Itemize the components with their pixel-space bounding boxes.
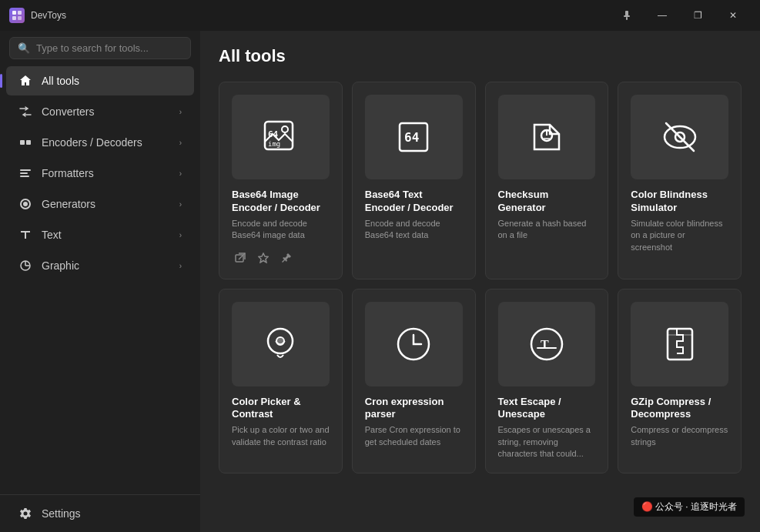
- chevron-icon-graphic: ›: [179, 262, 182, 270]
- tool-card-text-escape[interactable]: T Text Escape / Unescape Escapes or unes…: [485, 289, 609, 473]
- page-title: All tools: [219, 46, 742, 66]
- open-button-base64-image[interactable]: [232, 249, 249, 266]
- tool-card-color-picker[interactable]: Color Picker & Contrast Pick up a color …: [219, 289, 343, 473]
- pin-button-base64-image[interactable]: [278, 249, 295, 266]
- generators-icon: [18, 197, 32, 211]
- tool-icon-gzip: [631, 302, 728, 386]
- search-icon: 🔍: [18, 42, 30, 54]
- tool-card-cron[interactable]: Cron expression parser Parse Cron expres…: [352, 289, 476, 473]
- tool-desc-cron: Parse Cron expression to get scheduled d…: [365, 424, 463, 460]
- graphic-nav-icon: [18, 259, 32, 273]
- chevron-icon-generators: ›: [179, 200, 182, 209]
- tool-desc-checksum: Generate a hash based on a file: [498, 218, 596, 266]
- nav-item-graphic[interactable]: Graphic ›: [6, 251, 194, 280]
- nav-item-settings[interactable]: Settings: [6, 499, 194, 528]
- svg-rect-11: [20, 176, 29, 177]
- tool-icon-base64-image: 64 img: [232, 95, 330, 179]
- tool-icon-color-blindness: [631, 95, 728, 179]
- tool-icon-color-picker: [232, 302, 330, 386]
- tool-desc-color-picker: Pick up a color or two and validate the …: [232, 424, 330, 460]
- nav-item-converters[interactable]: Converters ›: [6, 97, 194, 126]
- chevron-icon-text: ›: [179, 231, 182, 239]
- svg-rect-7: [20, 140, 25, 145]
- svg-text:T: T: [541, 338, 549, 351]
- tool-name-cron: Cron expression parser: [365, 396, 463, 422]
- tool-desc-color-blindness: Simulate color blindness on a picture or…: [631, 218, 728, 266]
- svg-rect-1: [18, 11, 22, 15]
- sidebar-bottom: Settings: [0, 494, 200, 532]
- svg-line-25: [666, 123, 694, 151]
- nav-label-graphic: Graphic: [42, 259, 170, 272]
- nav-label-generators: Generators: [42, 198, 170, 210]
- svg-text:img: img: [268, 140, 280, 148]
- app-title: DevToys: [31, 10, 609, 21]
- nav-label-encoders: Encoders / Decoders: [42, 136, 170, 149]
- svg-text:64: 64: [404, 130, 419, 145]
- tool-name-base64-text: Base64 Text Encoder / Decoder: [365, 189, 463, 215]
- svg-rect-0: [12, 11, 16, 15]
- tool-icon-cron: [365, 302, 463, 386]
- minimize-button[interactable]: —: [644, 3, 680, 28]
- svg-rect-9: [20, 169, 31, 171]
- settings-icon: [18, 507, 32, 520]
- svg-rect-2: [12, 16, 16, 20]
- nav-item-text[interactable]: Text ›: [6, 220, 194, 249]
- nav-item-generators[interactable]: Generators ›: [6, 189, 194, 219]
- tool-desc-text-escape: Escapes or unescapes a string, removing …: [498, 424, 596, 460]
- tools-grid: 64 img Base64 Image Encoder / Decoder En…: [219, 82, 742, 473]
- tool-name-base64-image: Base64 Image Encoder / Decoder: [232, 189, 330, 215]
- maximize-button[interactable]: ❐: [680, 3, 715, 28]
- close-button[interactable]: ✕: [715, 3, 751, 28]
- svg-rect-6: [626, 17, 628, 20]
- chevron-icon-converters: ›: [179, 108, 182, 116]
- svg-rect-10: [20, 172, 28, 174]
- svg-rect-4: [625, 11, 628, 16]
- formatters-icon: [18, 166, 32, 180]
- svg-rect-32: [668, 329, 692, 360]
- tool-icon-base64-text: 64: [365, 95, 463, 179]
- tool-card-checksum[interactable]: Checksum Generator Generate a hash based…: [485, 82, 609, 279]
- tool-card-color-blindness[interactable]: Color Blindness Simulator Simulate color…: [618, 82, 742, 279]
- home-icon: [18, 74, 32, 88]
- nav-label-settings: Settings: [42, 507, 182, 520]
- tool-name-checksum: Checksum Generator: [498, 189, 596, 215]
- tool-card-base64-text[interactable]: 64 Base64 Text Encoder / Decoder Encode …: [352, 82, 476, 279]
- svg-rect-8: [26, 140, 31, 145]
- card-actions-base64-image: [232, 249, 330, 266]
- svg-point-16: [282, 126, 288, 132]
- titlebar: DevToys — ❐ ✕: [0, 0, 760, 31]
- window-controls: — ❐ ✕: [609, 3, 751, 28]
- tool-name-gzip: GZip Compress / Decompress: [631, 396, 728, 422]
- tool-desc-gzip: Compress or decompress strings: [631, 424, 728, 460]
- svg-rect-3: [18, 16, 22, 20]
- tool-icon-text-escape: T: [498, 302, 596, 386]
- tool-name-text-escape: Text Escape / Unescape: [498, 396, 596, 422]
- search-box[interactable]: 🔍: [9, 37, 191, 59]
- encoders-icon: [18, 136, 32, 149]
- chevron-icon-encoders: ›: [179, 139, 182, 147]
- nav-item-all-tools[interactable]: All tools: [6, 66, 194, 95]
- search-input[interactable]: [36, 42, 182, 54]
- svg-rect-31: [537, 347, 557, 349]
- svg-marker-18: [259, 253, 268, 263]
- watermark-text: 🔴 公众号 · 追逐时光者: [641, 500, 737, 514]
- app-body: 🔍 All tools Converters › Encoders / Deco…: [0, 31, 760, 532]
- nav-label-text: Text: [42, 229, 170, 241]
- nav-label-all-tools: All tools: [42, 75, 182, 87]
- watermark: 🔴 公众号 · 追逐时光者: [634, 497, 745, 517]
- nav-item-formatters[interactable]: Formatters ›: [6, 159, 194, 188]
- svg-rect-5: [624, 15, 630, 17]
- favorite-button-base64-image[interactable]: [255, 249, 272, 266]
- tool-card-gzip[interactable]: GZip Compress / Decompress Compress or d…: [618, 289, 742, 473]
- text-nav-icon: [18, 228, 32, 242]
- nav-item-encoders-decoders[interactable]: Encoders / Decoders ›: [6, 128, 194, 157]
- converters-icon: [18, 105, 32, 119]
- chevron-icon-formatters: ›: [179, 169, 182, 178]
- pin-button[interactable]: [609, 3, 644, 28]
- tool-name-color-blindness: Color Blindness Simulator: [631, 189, 728, 215]
- tool-name-color-picker: Color Picker & Contrast: [232, 396, 330, 422]
- nav-label-converters: Converters: [42, 105, 170, 118]
- tool-card-base64-image[interactable]: 64 img Base64 Image Encoder / Decoder En…: [219, 82, 343, 279]
- tool-icon-checksum: [498, 95, 596, 179]
- main-content: All tools 64 img Base64 Image Encoder / …: [200, 31, 760, 532]
